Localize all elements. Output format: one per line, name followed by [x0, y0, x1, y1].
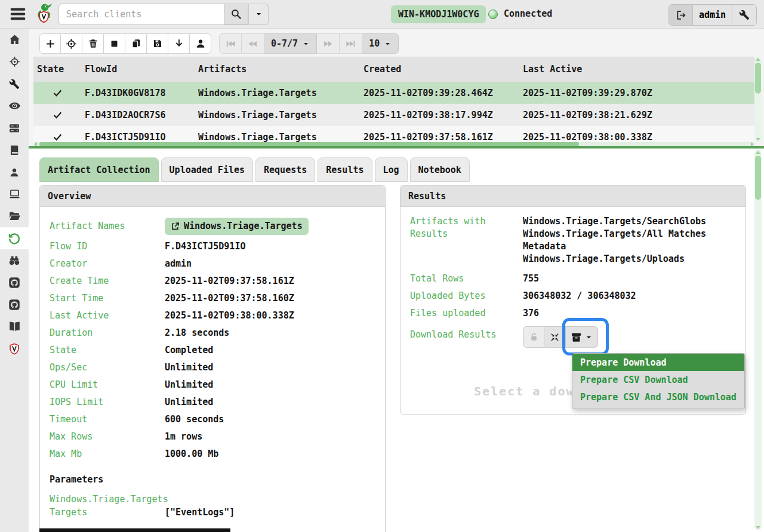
- next-page-button[interactable]: [317, 33, 340, 54]
- page-size-dropdown[interactable]: 10: [362, 33, 399, 54]
- copy-flow-button[interactable]: [125, 33, 147, 54]
- compress-download-button[interactable]: [544, 326, 566, 348]
- overview-row-ops-sec: Ops/SecUnlimited: [50, 359, 375, 376]
- table-vertical-scrollbar[interactable]: [754, 57, 762, 142]
- lock-download-button[interactable]: [523, 326, 544, 348]
- column-header-state[interactable]: State: [33, 64, 81, 75]
- save-flow-button[interactable]: [147, 33, 168, 54]
- sidebar-item-github-link-1[interactable]: [0, 271, 29, 293]
- flow-toolbar: 0-7/7 10: [39, 33, 399, 54]
- parameter-rows: Targets["EventLogs"]: [50, 506, 375, 519]
- overview-card: Overview Artifact Names Windows.Triage.T…: [39, 185, 386, 532]
- table-row-F.D43ID2AOCR7S6[interactable]: F.D43ID2AOCR7S6Windows.Triage.Targets202…: [33, 104, 754, 126]
- sidebar-item-virtual-filesystem[interactable]: [0, 205, 29, 227]
- sidebar-item-collected-artifacts[interactable]: [0, 227, 29, 249]
- search-button[interactable]: [224, 4, 248, 25]
- tab-results[interactable]: Results: [318, 157, 372, 182]
- search-input[interactable]: [58, 4, 224, 25]
- target-collection-button[interactable]: [61, 33, 82, 54]
- table-row-F.D43ICTJ5D91IO[interactable]: F.D43ICTJ5D91IOWindows.Triage.Targets202…: [33, 126, 754, 142]
- download-results-row: Download Results: [410, 324, 736, 352]
- tab-uploaded-files[interactable]: Uploaded Files: [161, 157, 253, 182]
- created-cell: 2025-11-02T09:37:58.161Z: [360, 132, 519, 143]
- column-header-flowid[interactable]: FlowId: [81, 64, 195, 75]
- shield-v-icon: [8, 343, 20, 355]
- prev-page-button[interactable]: [242, 33, 264, 54]
- logout-icon: [675, 10, 686, 21]
- sidebar-item-hunt-manager[interactable]: [0, 51, 29, 73]
- artifacts-cell: Windows.Triage.Targets: [195, 132, 360, 143]
- tab-requests[interactable]: Requests: [255, 157, 315, 182]
- settings-button[interactable]: [732, 5, 756, 25]
- overview-label: IOPS Limit: [50, 394, 165, 411]
- column-header-created[interactable]: Created: [360, 64, 519, 75]
- scroll-up-arrow-icon: [756, 151, 760, 154]
- sidebar-item-view-artifacts[interactable]: [0, 73, 29, 95]
- last-active-cell: 2025-11-02T09:38:00.338Z: [519, 132, 754, 143]
- menu-item-prepare-download[interactable]: Prepare Download: [572, 354, 744, 371]
- details-vertical-scrollbar[interactable]: [754, 150, 762, 530]
- hamburger-icon: [8, 6, 27, 22]
- connected-status-label: Connected: [504, 8, 552, 19]
- download-results-label: Download Results: [410, 324, 523, 352]
- caret-down-icon: [302, 40, 310, 48]
- details-scrollbar-thumb[interactable]: [755, 156, 761, 200]
- user-menu-group: admin: [668, 4, 757, 26]
- velociraptor-logo-icon: [34, 2, 53, 26]
- page-range-dropdown[interactable]: 0-7/7: [264, 33, 317, 54]
- prepare-download-dropdown-button[interactable]: [566, 326, 598, 348]
- client-search: [58, 4, 269, 25]
- export-flow-button[interactable]: [168, 33, 190, 54]
- sidebar-item-server-events[interactable]: [0, 117, 29, 139]
- sidebar-item-home[interactable]: [0, 29, 29, 51]
- overview-rows: Flow IDF.D43ICTJ5D91IOCreatoradminCreate…: [50, 238, 375, 463]
- username-button[interactable]: admin: [693, 5, 732, 25]
- new-collection-button[interactable]: [39, 33, 61, 54]
- sidebar-item-documentation[interactable]: [0, 316, 29, 338]
- last-page-button[interactable]: [340, 33, 362, 54]
- overview-label: State: [50, 342, 165, 359]
- sidebar-item-notebooks[interactable]: [0, 139, 29, 161]
- first-page-button[interactable]: [219, 33, 242, 54]
- tab-notebook[interactable]: Notebook: [410, 157, 470, 182]
- menu-item-prepare-csv-and-json-download[interactable]: Prepare CSV And JSON Download: [572, 388, 744, 406]
- overview-row-timeout: Timeout600 seconds: [50, 411, 375, 428]
- pane-divider[interactable]: [29, 146, 764, 149]
- artifact-names-row: Artifact Names Windows.Triage.Targets: [50, 215, 375, 237]
- search-options-button[interactable]: [248, 4, 269, 25]
- table-row-F.D43IDK0GV8178[interactable]: F.D43IDK0GV8178Windows.Triage.Targets202…: [33, 82, 754, 104]
- column-header-last-active[interactable]: Last Active: [519, 64, 754, 75]
- sidebar-item-client-monitoring[interactable]: [0, 249, 29, 271]
- wrench-icon: [9, 79, 20, 89]
- delete-flow-button[interactable]: [82, 33, 104, 54]
- sidebar-item-host-information[interactable]: [0, 183, 29, 205]
- overview-horizontal-scrollbar-thumb[interactable]: [39, 528, 230, 532]
- overview-value: Unlimited: [165, 394, 375, 411]
- menu-item-prepare-csv-download[interactable]: Prepare CSV Download: [572, 371, 744, 388]
- connected-status-icon: [488, 10, 498, 19]
- tab-artifact-collection[interactable]: Artifact Collection: [39, 157, 159, 182]
- overview-label: Create Time: [50, 273, 165, 290]
- sidebar-item-server-monitoring[interactable]: [0, 95, 29, 117]
- logout-button[interactable]: [669, 5, 693, 25]
- lock-open-icon: [529, 332, 539, 342]
- sidebar-item-github-link-2[interactable]: [0, 293, 29, 316]
- table-scrollbar-thumb[interactable]: [755, 63, 761, 94]
- pagination-controls: 0-7/7 10: [219, 33, 399, 54]
- artifact-link-badge[interactable]: Windows.Triage.Targets: [165, 218, 309, 235]
- column-header-artifacts[interactable]: Artifacts: [195, 64, 360, 75]
- tab-log[interactable]: Log: [375, 157, 408, 182]
- artifacts-cell: Windows.Triage.Targets: [195, 88, 360, 98]
- artifacts-with-results-row: Artifacts with Results Windows.Triage.Ta…: [410, 215, 736, 265]
- overview-label: Duration: [50, 324, 165, 342]
- overview-row-cpu-limit: CPU LimitUnlimited: [50, 376, 375, 394]
- stop-flow-button[interactable]: [104, 33, 125, 54]
- sidebar-item-client-summary[interactable]: [0, 161, 29, 183]
- folder-open-icon: [8, 210, 21, 222]
- hamburger-menu-button[interactable]: [7, 5, 29, 23]
- sidebar-item-velociraptor-shield[interactable]: [0, 338, 29, 360]
- parameter-label: Targets: [50, 506, 165, 519]
- user-icon: [195, 38, 206, 49]
- assign-user-button[interactable]: [190, 33, 211, 54]
- client-badge[interactable]: WIN-KMODJ1W0CYG: [391, 5, 486, 23]
